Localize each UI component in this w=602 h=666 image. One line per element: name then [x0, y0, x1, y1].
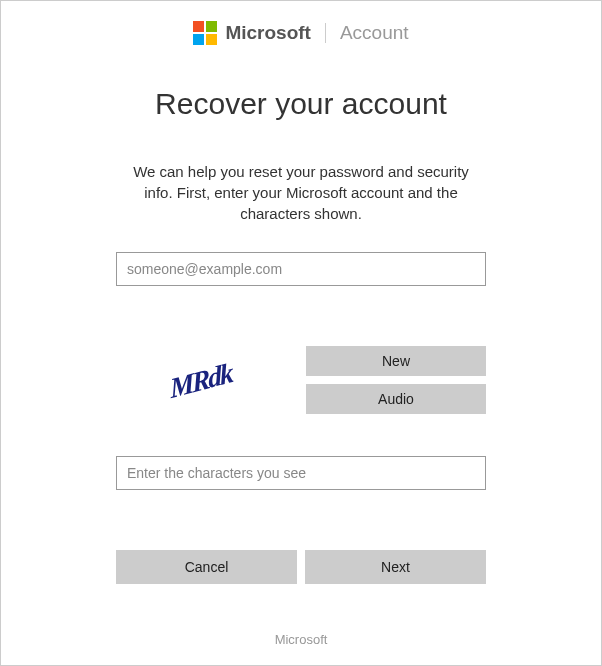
brand-label: Microsoft	[225, 22, 311, 44]
page-title: Recover your account	[116, 87, 486, 121]
captcha-audio-button[interactable]: Audio	[306, 384, 486, 414]
footer: Microsoft	[1, 632, 601, 647]
footer-text: Microsoft	[275, 632, 328, 647]
section-label: Account	[340, 22, 409, 44]
captcha-text: MRdk	[169, 357, 233, 406]
header-divider	[325, 23, 326, 43]
captcha-new-button[interactable]: New	[306, 346, 486, 376]
captcha-input[interactable]	[116, 456, 486, 490]
email-input[interactable]	[116, 252, 486, 286]
microsoft-logo-icon	[193, 21, 217, 45]
main-content: Recover your account We can help you res…	[1, 55, 601, 584]
action-buttons: Cancel Next	[116, 550, 486, 584]
header: Microsoft Account	[1, 1, 601, 55]
captcha-section: MRdk New Audio	[116, 346, 486, 416]
captcha-image: MRdk	[116, 346, 286, 416]
cancel-button[interactable]: Cancel	[116, 550, 297, 584]
next-button[interactable]: Next	[305, 550, 486, 584]
instruction-text: We can help you reset your password and …	[116, 161, 486, 224]
captcha-controls: New Audio	[306, 346, 486, 414]
